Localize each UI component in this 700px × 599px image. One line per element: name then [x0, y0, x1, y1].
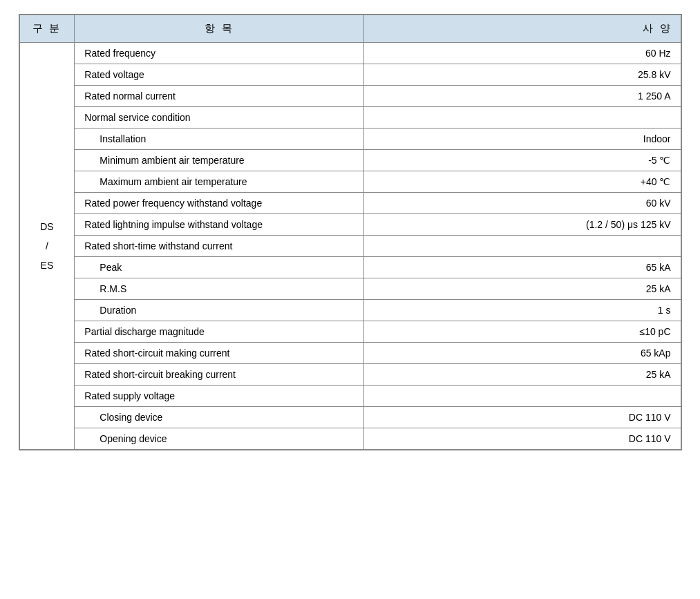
item-cell: Rated short-circuit breaking current — [75, 364, 364, 386]
item-cell: Installation — [75, 129, 364, 150]
spec-cell: 1 s — [364, 300, 681, 321]
main-table-wrapper: 구 분 항 목 사 양 DS / ESRated frequency60 HzR… — [19, 14, 682, 450]
gubun-cell: DS / ES — [19, 43, 75, 450]
spec-cell — [364, 386, 681, 407]
table-row: Opening deviceDC 110 V — [19, 428, 681, 450]
item-cell: Rated power frequency withstand voltage — [75, 193, 364, 214]
item-cell: Rated supply voltage — [75, 386, 364, 407]
spec-cell: 65 kA — [364, 257, 681, 278]
item-cell: Duration — [75, 300, 364, 321]
item-cell: Minimum ambient air temperature — [75, 150, 364, 171]
spec-cell: 25 kA — [364, 364, 681, 386]
spec-cell — [364, 236, 681, 257]
spec-cell: +40 ℃ — [364, 171, 681, 193]
table-row: Closing deviceDC 110 V — [19, 407, 681, 428]
spec-cell: 60 Hz — [364, 43, 681, 64]
item-cell: Partial discharge magnitude — [75, 321, 364, 343]
item-cell: Rated lightning impulse withstand voltag… — [75, 214, 364, 236]
header-col-item: 항 목 — [75, 15, 364, 43]
spec-cell — [364, 107, 681, 129]
spec-cell: 65 kAp — [364, 343, 681, 364]
item-cell: Closing device — [75, 407, 364, 428]
header-row: 구 분 항 목 사 양 — [19, 15, 681, 43]
spec-cell: 25 kA — [364, 278, 681, 300]
item-cell: Rated short-circuit making current — [75, 343, 364, 364]
header-col-spec: 사 양 — [364, 15, 681, 43]
item-cell: Maximum ambient air temperature — [75, 171, 364, 193]
table-row: Rated short-circuit making current65 kAp — [19, 343, 681, 364]
spec-cell: -5 ℃ — [364, 150, 681, 171]
item-cell: Opening device — [75, 428, 364, 450]
table-row: Rated voltage25.8 kV — [19, 64, 681, 86]
table-row: Normal service condition — [19, 107, 681, 129]
table-row: Minimum ambient air temperature-5 ℃ — [19, 150, 681, 171]
table-row: Rated short-circuit breaking current25 k… — [19, 364, 681, 386]
spec-cell: Indoor — [364, 129, 681, 150]
table-row: Rated lightning impulse withstand voltag… — [19, 214, 681, 236]
table-row: Rated short-time withstand current — [19, 236, 681, 257]
item-cell: Rated normal current — [75, 86, 364, 107]
table-row: R.M.S25 kA — [19, 278, 681, 300]
item-cell: Normal service condition — [75, 107, 364, 129]
table-row: Duration1 s — [19, 300, 681, 321]
spec-cell: DC 110 V — [364, 428, 681, 450]
table-row: Rated power frequency withstand voltage6… — [19, 193, 681, 214]
spec-cell: 25.8 kV — [364, 64, 681, 86]
item-cell: Rated short-time withstand current — [75, 236, 364, 257]
table-row: DS / ESRated frequency60 Hz — [19, 43, 681, 64]
table-row: Maximum ambient air temperature+40 ℃ — [19, 171, 681, 193]
spec-cell: ≤10 pC — [364, 321, 681, 343]
table-row: InstallationIndoor — [19, 129, 681, 150]
item-cell: Rated frequency — [75, 43, 364, 64]
header-col-gubun: 구 분 — [19, 15, 75, 43]
item-cell: Peak — [75, 257, 364, 278]
spec-cell: (1.2 / 50) μs 125 kV — [364, 214, 681, 236]
spec-cell: 60 kV — [364, 193, 681, 214]
table-row: Rated normal current1 250 A — [19, 86, 681, 107]
table-row: Partial discharge magnitude≤10 pC — [19, 321, 681, 343]
table-row: Peak65 kA — [19, 257, 681, 278]
table-row: Rated supply voltage — [19, 386, 681, 407]
spec-cell: 1 250 A — [364, 86, 681, 107]
specs-table: 구 분 항 목 사 양 DS / ESRated frequency60 HzR… — [19, 15, 681, 450]
item-cell: Rated voltage — [75, 64, 364, 86]
item-cell: R.M.S — [75, 278, 364, 300]
spec-cell: DC 110 V — [364, 407, 681, 428]
